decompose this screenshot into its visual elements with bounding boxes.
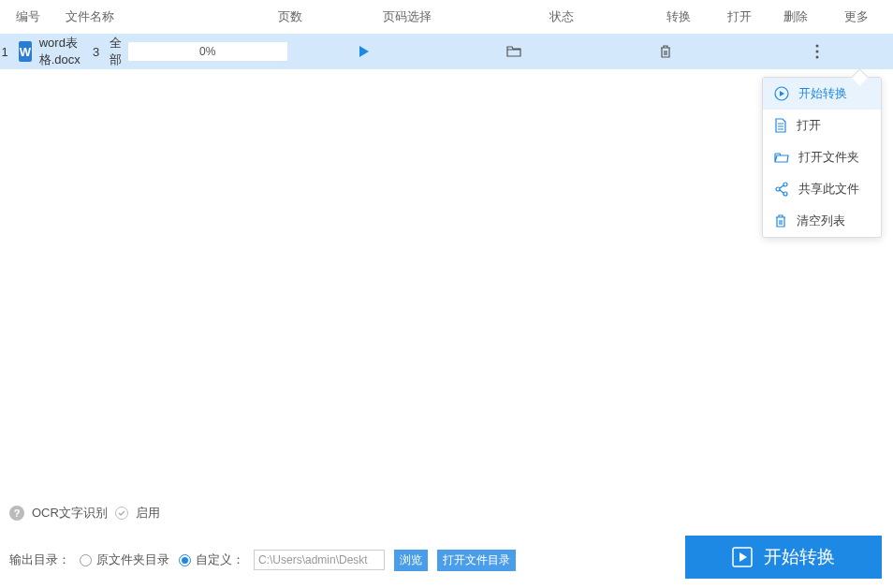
path-input[interactable] [254,550,385,570]
radio-original-folder[interactable]: 原文件夹目录 [80,551,169,568]
row-pagesel[interactable]: 全部 [104,35,127,68]
header-delete: 删除 [768,8,824,25]
more-button[interactable] [741,44,893,59]
ocr-bar: ? OCR文字识别 启用 [0,494,893,532]
radio-label-text: 自定义： [196,551,244,568]
header-pagesel: 页码选择 [337,8,477,25]
open-dir-button[interactable]: 打开文件目录 [437,550,516,571]
table-row[interactable]: 1 W word表格.docx 3 全部 0% [0,34,893,69]
row-status: 0% [128,42,287,61]
header-more: 更多 [824,8,889,25]
filename-label: word表格.docx [39,35,89,68]
progress-bar: 0% [128,42,287,61]
svg-point-4 [783,183,787,186]
open-button[interactable] [439,45,591,58]
play-icon [356,44,371,59]
radio-label-text: 原文件夹目录 [96,551,169,568]
enable-check-icon[interactable] [115,507,128,520]
convert-button[interactable] [287,44,439,59]
svg-point-6 [783,192,787,196]
header-name: 文件名称 [56,8,243,25]
header-convert: 转换 [646,8,711,25]
row-index: 1 [0,45,9,59]
enable-label: 启用 [136,505,160,522]
radio-custom[interactable]: 自定义： [179,551,244,568]
output-label: 输出目录： [9,551,70,568]
table-header: 编号 文件名称 页数 页码选择 状态 转换 打开 删除 更多 [0,0,893,34]
folder-open-icon [774,151,789,164]
radio-icon [80,554,92,566]
radio-icon [179,554,191,566]
menu-label: 共享此文件 [798,181,859,198]
svg-point-5 [776,187,780,191]
menu-label: 开始转换 [798,85,847,102]
menu-label: 打开 [797,117,821,134]
menu-share[interactable]: 共享此文件 [763,173,881,205]
share-icon [774,182,789,197]
header-status: 状态 [477,8,646,25]
menu-start-convert[interactable]: 开始转换 [763,78,881,110]
header-pages: 页数 [243,8,337,25]
help-icon[interactable]: ? [9,506,24,521]
start-convert-button[interactable]: 开始转换 [685,536,882,579]
menu-label: 打开文件夹 [798,149,859,166]
menu-label: 清空列表 [797,213,845,229]
header-open: 打开 [711,8,768,25]
trash-icon [659,44,672,59]
svg-point-0 [816,45,819,48]
svg-point-1 [816,51,819,53]
context-menu: 开始转换 打开 打开文件夹 共享此文件 清空列表 [762,77,882,238]
menu-clear-list[interactable]: 清空列表 [763,205,881,237]
trash-icon [774,213,787,228]
play-circle-icon [774,86,789,101]
start-btn-label: 开始转换 [764,545,835,569]
document-icon [774,118,787,133]
ocr-label: OCR文字识别 [32,505,108,522]
more-vertical-icon [815,44,819,59]
play-square-icon [732,547,753,567]
word-file-icon: W [19,41,32,62]
row-name-cell: W word表格.docx [9,35,88,68]
row-pages: 3 [88,45,104,59]
browse-button[interactable]: 浏览 [394,550,428,571]
header-index: 编号 [0,8,56,25]
folder-icon [506,45,521,58]
delete-button[interactable] [590,44,741,59]
menu-open[interactable]: 打开 [763,110,881,141]
svg-point-2 [816,56,819,59]
menu-open-folder[interactable]: 打开文件夹 [763,141,881,173]
